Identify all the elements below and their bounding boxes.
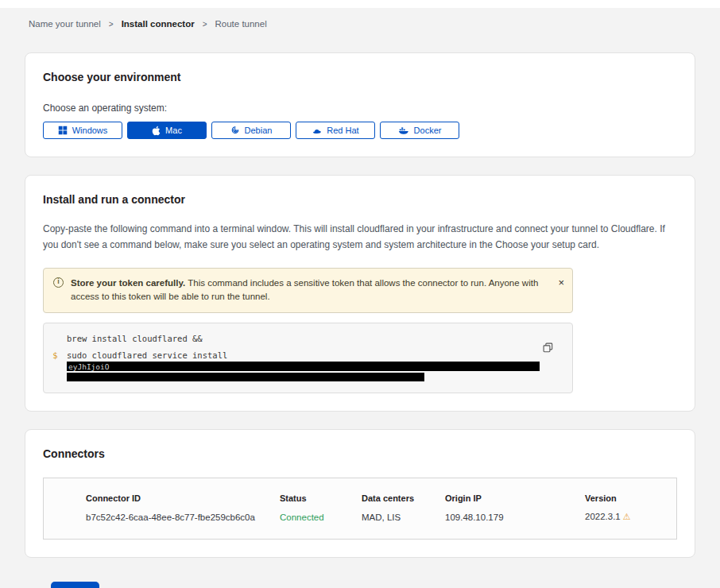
code-text: sudo cloudflared service install	[67, 350, 227, 360]
cell-version: 2022.3.1⚠	[585, 512, 660, 522]
redhat-icon	[312, 126, 322, 135]
breadcrumb-separator: >	[203, 20, 207, 29]
breadcrumb-step-name-tunnel[interactable]: Name your tunnel	[29, 19, 101, 29]
install-card: Install and run a connector Copy-paste t…	[25, 175, 695, 412]
token-prefix-text: eyJhIjoiO	[67, 362, 109, 371]
os-button-debian[interactable]: Debian	[211, 122, 291, 139]
main-content: Choose your environment Choose an operat…	[0, 52, 720, 588]
alert-title: Store your token carefully.	[71, 278, 185, 288]
connectors-card: Connectors Connector ID Status Data cent…	[25, 429, 695, 558]
os-button-windows[interactable]: Windows	[43, 122, 122, 139]
code-line-token: eyJhIjoiO	[44, 360, 572, 371]
os-button-label: Docker	[414, 126, 442, 135]
os-button-label: Debian	[245, 126, 273, 135]
redacted-token-bar: eyJhIjoiO	[67, 362, 540, 371]
environment-card: Choose your environment Choose an operat…	[25, 52, 695, 157]
os-button-label: Windows	[72, 126, 108, 135]
install-command-code-block: brew install cloudflared && $ sudo cloud…	[43, 323, 573, 393]
col-header-connector-id: Connector ID	[86, 493, 280, 503]
os-button-group: Windows Mac Debian Red Hat	[43, 122, 677, 139]
os-button-label: Red Hat	[327, 126, 358, 135]
breadcrumb-step-route-tunnel[interactable]: Route tunnel	[215, 19, 267, 29]
connectors-card-title: Connectors	[43, 447, 677, 460]
code-line-token-2	[44, 371, 572, 381]
alert-text: Store your token carefully. This command…	[71, 277, 548, 305]
breadcrumb: Name your tunnel > Install connector > R…	[0, 8, 720, 29]
prompt-symbol: $	[44, 350, 67, 360]
top-strip	[0, 0, 720, 8]
cell-origin-ip: 109.48.10.179	[445, 513, 585, 522]
breadcrumb-separator: >	[109, 20, 114, 29]
cell-data-centers: MAD, LIS	[362, 513, 445, 522]
os-button-docker[interactable]: Docker	[380, 122, 459, 139]
breadcrumb-step-install-connector[interactable]: Install connector	[122, 19, 195, 29]
code-text: brew install cloudflared &&	[67, 334, 203, 343]
col-header-version: Version	[585, 493, 660, 503]
info-icon: i	[53, 277, 64, 288]
version-text: 2022.3.1	[585, 512, 621, 521]
col-header-status: Status	[280, 493, 362, 503]
connectors-table: Connector ID Status Data centers Origin …	[43, 478, 677, 540]
code-line-2: $ sudo cloudflared service install	[44, 350, 572, 360]
col-header-origin-ip: Origin IP	[445, 493, 585, 503]
col-header-data-centers: Data centers	[362, 493, 445, 503]
os-button-mac[interactable]: Mac	[127, 122, 207, 139]
code-line-1: brew install cloudflared &&	[44, 333, 572, 343]
next-button[interactable]: Next	[51, 582, 99, 588]
os-button-redhat[interactable]: Red Hat	[296, 122, 375, 139]
install-description: Copy-paste the following command into a …	[43, 222, 677, 253]
environment-card-title: Choose your environment	[43, 71, 677, 83]
close-icon[interactable]: ×	[558, 277, 564, 288]
copy-icon[interactable]	[543, 342, 553, 355]
os-button-label: Mac	[165, 126, 182, 135]
install-card-title: Install and run a connector	[43, 193, 677, 206]
windows-icon	[58, 126, 68, 135]
cell-status: Connected	[280, 513, 362, 522]
cell-connector-id: b7c52c42-6caa-48ee-8c77-fbe259cb6c0a	[86, 513, 280, 522]
debian-icon	[230, 126, 240, 135]
redacted-token-bar	[67, 373, 424, 381]
docker-icon	[398, 126, 409, 135]
apple-icon	[152, 126, 161, 136]
token-warning-alert: i Store your token carefully. This comma…	[43, 268, 573, 314]
os-select-label: Choose an operating system:	[43, 103, 677, 114]
version-warning-icon: ⚠	[623, 512, 631, 521]
